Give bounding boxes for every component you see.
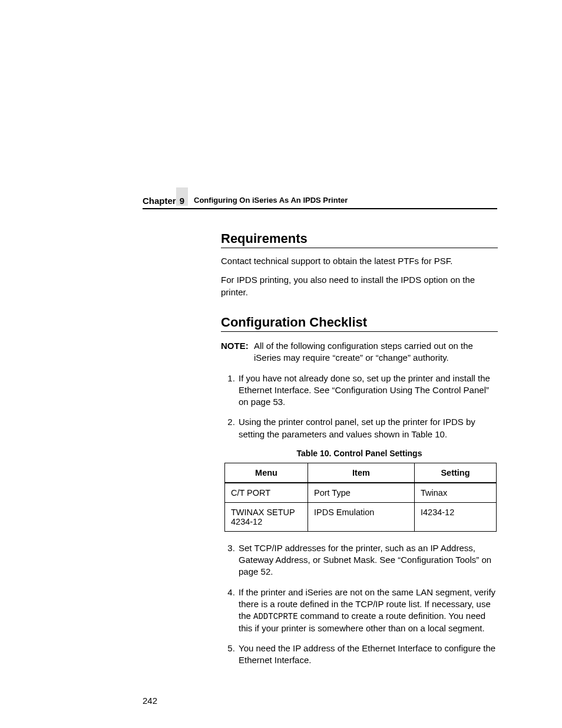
requirements-paragraph-2: For IPDS printing, you also need to inst…	[221, 274, 498, 298]
control-panel-settings-table: Menu Item Setting C/T PORT Port Type Twi…	[224, 463, 497, 532]
chapter-number: 9	[176, 187, 188, 206]
section-heading-requirements: Requirements	[221, 231, 498, 248]
page-number: 242	[143, 696, 157, 706]
checklist-steps-continued: Set TCP/IP addresses for the printer, su…	[221, 542, 498, 667]
note-label: NOTE:	[221, 341, 249, 351]
table-header-row: Menu Item Setting	[225, 463, 497, 483]
chapter-title: Configuring On iSeries As An IPDS Printe…	[194, 196, 348, 206]
checklist-steps: If you have not already done so, set up …	[221, 373, 498, 440]
table-caption: Table 10. Control Panel Settings	[221, 449, 498, 458]
table-cell-item: IPDS Emulation	[308, 502, 415, 531]
table-cell-menu: C/T PORT	[225, 483, 308, 503]
chapter-label: Chapter	[143, 196, 176, 206]
table-header-setting: Setting	[415, 463, 497, 483]
requirements-paragraph-1: Contact technical support to obtain the …	[221, 255, 498, 267]
content-area: Requirements Contact technical support t…	[221, 231, 498, 675]
step-5: You need the IP address of the Ethernet …	[237, 643, 498, 667]
document-page: Chapter 9 Configuring On iSeries As An I…	[0, 0, 562, 728]
step-2: Using the printer control panel, set up …	[237, 416, 498, 440]
table-row: TWINAX SETUP 4234-12 IPDS Emulation I423…	[225, 502, 497, 531]
table-header-item: Item	[308, 463, 415, 483]
note-block: NOTE: All of the following configuration…	[221, 340, 498, 364]
table-cell-item: Port Type	[308, 483, 415, 503]
table-cell-setting: Twinax	[415, 483, 497, 503]
step-3: Set TCP/IP addresses for the printer, su…	[237, 542, 498, 578]
table-cell-menu: TWINAX SETUP 4234-12	[225, 502, 308, 531]
step-4-command: ADDTCPRTE	[253, 612, 298, 621]
step-1: If you have not already done so, set up …	[237, 373, 498, 409]
section-heading-checklist: Configuration Checklist	[221, 315, 498, 332]
chapter-header: Chapter 9 Configuring On iSeries As An I…	[143, 196, 497, 209]
step-4: If the printer and iSeries are not on th…	[237, 587, 498, 635]
table-cell-setting: I4234-12	[415, 502, 497, 531]
table-row: C/T PORT Port Type Twinax	[225, 483, 497, 503]
table-header-menu: Menu	[225, 463, 308, 483]
note-text: All of the following configuration steps…	[221, 340, 498, 364]
